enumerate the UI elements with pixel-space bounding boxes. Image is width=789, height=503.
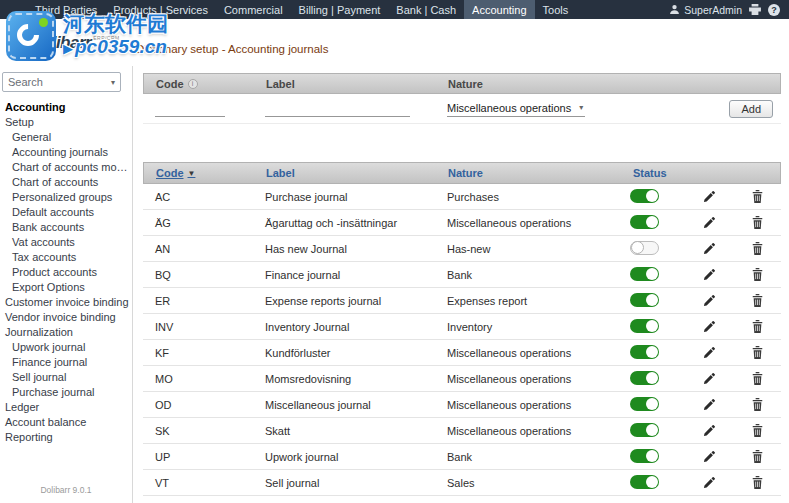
edit-button[interactable] (703, 320, 716, 333)
status-toggle[interactable] (630, 189, 659, 203)
edit-button[interactable] (703, 242, 716, 255)
delete-button[interactable] (752, 476, 763, 489)
delete-button[interactable] (752, 190, 763, 203)
delete-button[interactable] (752, 372, 763, 385)
sidebar-item-customer-invoice-binding[interactable]: Customer invoice binding (0, 295, 132, 310)
delete-button[interactable] (752, 320, 763, 333)
edit-button[interactable] (703, 398, 716, 411)
delete-button[interactable] (752, 216, 763, 229)
sidebar-item-vendor-invoice-binding[interactable]: Vendor invoice binding (0, 310, 132, 325)
topnav-item-tools[interactable]: Tools (535, 0, 577, 19)
sidebar-item-chart-of-accounts[interactable]: Chart of accounts (0, 175, 132, 190)
journal-nature: Bank (435, 451, 620, 463)
edit-button[interactable] (703, 216, 716, 229)
chevron-down-icon: ▾ (579, 103, 583, 112)
journal-label: Miscellaneous journal (253, 399, 435, 411)
topnav-item-bank-cash[interactable]: Bank | Cash (388, 0, 464, 19)
sidebar-item-tax-accounts[interactable]: Tax accounts (0, 250, 132, 265)
add-button[interactable]: Add (729, 100, 773, 118)
sort-by-label-link[interactable]: Label (254, 167, 436, 179)
sidebar-item-journalization[interactable]: Journalization (0, 325, 132, 340)
sidebar-item-ledger[interactable]: Ledger (0, 400, 132, 415)
status-toggle[interactable] (630, 293, 659, 307)
help-button[interactable]: ? (768, 4, 780, 16)
user-menu[interactable]: SuperAdmin (669, 4, 742, 16)
sidebar-item-bank-accounts[interactable]: Bank accounts (0, 220, 132, 235)
delete-button[interactable] (752, 242, 763, 255)
edit-button[interactable] (703, 476, 716, 489)
table-row: ER Expense reports journal Expenses repo… (143, 288, 781, 314)
sidebar-item-general[interactable]: General (0, 130, 132, 145)
journal-code: BQ (143, 269, 253, 281)
sidebar-item-reporting[interactable]: Reporting (0, 430, 132, 445)
label-input[interactable] (265, 101, 410, 117)
status-toggle[interactable] (630, 241, 659, 255)
watermark-logo-icon (6, 11, 56, 61)
table-row: VT Sell journal Sales (143, 470, 781, 496)
code-input[interactable] (155, 101, 225, 117)
top-right-tools: SuperAdmin ? (669, 0, 789, 19)
sidebar-item-export-options[interactable]: Export Options (0, 280, 132, 295)
journal-code: SK (143, 425, 253, 437)
table-row: AN Has new Journal Has-new (143, 236, 781, 262)
form-header-code: Code i (144, 78, 254, 90)
status-toggle[interactable] (630, 267, 659, 281)
edit-button[interactable] (703, 346, 716, 359)
add-journal-form: Code i Label Nature Miscellaneous operat… (143, 73, 781, 124)
sidebar-item-vat-accounts[interactable]: Vat accounts (0, 235, 132, 250)
edit-button[interactable] (703, 268, 716, 281)
sidebar-item-accounting-journals[interactable]: Accounting journals (0, 145, 132, 160)
status-toggle[interactable] (630, 319, 659, 333)
status-toggle[interactable] (630, 449, 659, 463)
sidebar-item-upwork-journal[interactable]: Upwork journal (0, 340, 132, 355)
status-toggle[interactable] (630, 475, 659, 489)
delete-button[interactable] (752, 268, 763, 281)
status-toggle[interactable] (630, 423, 659, 437)
pencil-icon (703, 294, 716, 307)
edit-button[interactable] (703, 294, 716, 307)
sort-by-nature-link[interactable]: Nature (436, 167, 621, 179)
journal-nature: Miscellaneous operations (435, 217, 620, 229)
sidebar-item-account-balance[interactable]: Account balance (0, 415, 132, 430)
status-toggle[interactable] (630, 345, 659, 359)
edit-button[interactable] (703, 450, 716, 463)
journal-label: Purchase journal (253, 191, 435, 203)
trash-icon (752, 476, 763, 489)
sidebar-item-finance-journal[interactable]: Finance journal (0, 355, 132, 370)
search-dropdown[interactable]: Search ▾ (2, 72, 121, 92)
sidebar-item-purchase-journal[interactable]: Purchase journal (0, 385, 132, 400)
info-icon: i (188, 79, 198, 89)
sidebar-item-product-accounts[interactable]: Product accounts (0, 265, 132, 280)
status-toggle[interactable] (630, 371, 659, 385)
sidebar-item-default-accounts[interactable]: Default accounts (0, 205, 132, 220)
delete-button[interactable] (752, 294, 763, 307)
sidebar: Search ▾ AccountingSetupGeneralAccountin… (0, 66, 133, 503)
topnav-item-accounting[interactable]: Accounting (464, 0, 534, 19)
sidebar-item-chart-of-accounts-models[interactable]: Chart of accounts models (0, 160, 132, 175)
journal-nature: Miscellaneous operations (435, 347, 620, 359)
sidebar-item-accounting[interactable]: Accounting (0, 100, 132, 115)
table-row: MO Momsredovisning Miscellaneous operati… (143, 366, 781, 392)
sidebar-item-personalized-groups[interactable]: Personalized groups (0, 190, 132, 205)
topnav-item-commercial[interactable]: Commercial (216, 0, 291, 19)
journal-nature: Has-new (435, 243, 620, 255)
nature-select[interactable]: Miscellaneous operations ▾ (447, 101, 585, 117)
topnav-item-billing-payment[interactable]: Billing | Payment (291, 0, 389, 19)
edit-button[interactable] (703, 424, 716, 437)
delete-button[interactable] (752, 424, 763, 437)
trash-icon (752, 190, 763, 203)
edit-button[interactable] (703, 190, 716, 203)
pencil-icon (703, 424, 716, 437)
trash-icon (752, 216, 763, 229)
delete-button[interactable] (752, 346, 763, 359)
delete-button[interactable] (752, 398, 763, 411)
status-toggle[interactable] (630, 397, 659, 411)
sidebar-item-setup[interactable]: Setup (0, 115, 132, 130)
sort-by-code-link[interactable]: Code ▼ (144, 167, 254, 179)
nature-selected-value: Miscellaneous operations (447, 102, 571, 114)
sidebar-item-sell-journal[interactable]: Sell journal (0, 370, 132, 385)
edit-button[interactable] (703, 372, 716, 385)
delete-button[interactable] (752, 450, 763, 463)
print-button[interactable] (749, 4, 761, 15)
status-toggle[interactable] (630, 215, 659, 229)
